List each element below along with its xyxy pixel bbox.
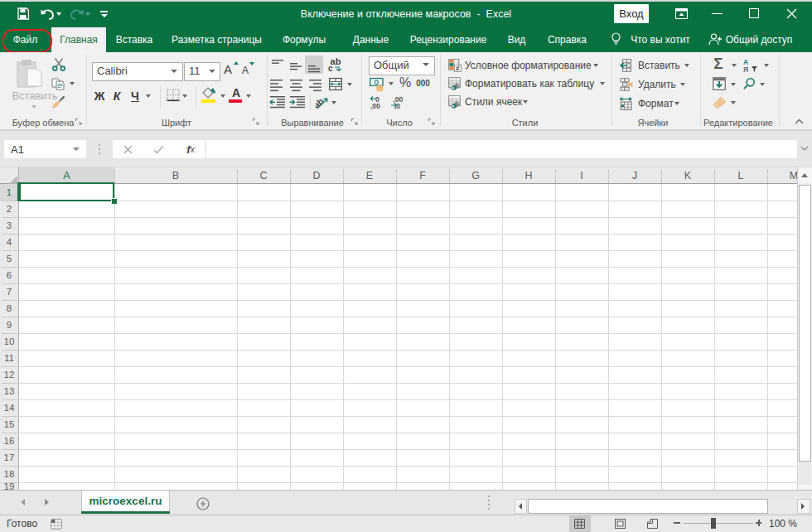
svg-text:,00: ,00 [370, 102, 380, 109]
svg-text:Я: Я [743, 65, 748, 73]
svg-text:c: c [328, 65, 333, 73]
svg-text:ab: ab [316, 96, 326, 109]
